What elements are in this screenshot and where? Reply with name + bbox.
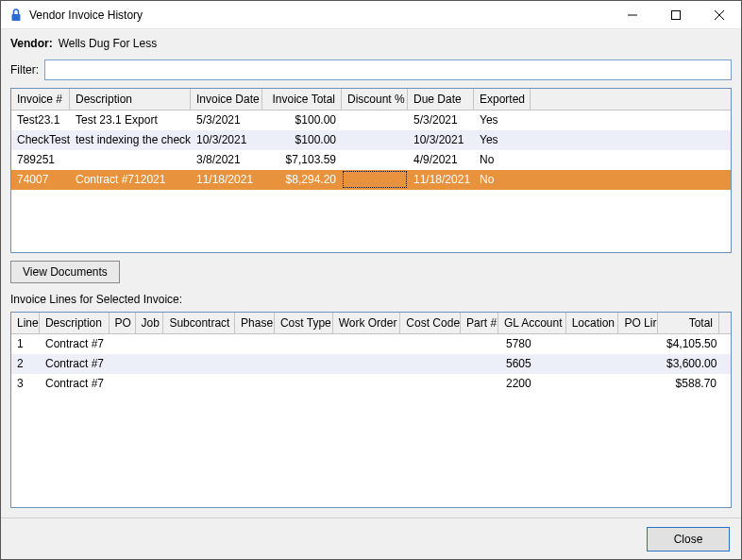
cell-cost-code	[402, 354, 463, 373]
col-invoice-date[interactable]: Invoice Date	[191, 89, 262, 110]
cell-phase	[236, 354, 276, 373]
filter-row: Filter:	[10, 59, 732, 80]
filter-label: Filter:	[10, 63, 39, 76]
cell-subcontract	[164, 374, 236, 393]
invoice-row[interactable]: Test23.1 Test 23.1 Export 5/3/2021 $100.…	[11, 110, 731, 130]
cell-cost-code	[402, 334, 463, 353]
col-description[interactable]: Description	[70, 89, 191, 110]
cell-po-lir	[621, 334, 661, 353]
lines-grid-body: 1 Contract #7 5780 $4,105.50 2	[11, 334, 731, 394]
cell-invoice-date: 11/18/2021	[191, 170, 262, 189]
col-subcontract[interactable]: Subcontract	[163, 313, 235, 333]
cell-invoice-total: $8,294.20	[262, 170, 342, 189]
col-filler	[531, 89, 731, 110]
cell-discount-pct	[342, 150, 408, 169]
lines-grid[interactable]: Line Description PO Job Subcontract Phas…	[10, 312, 732, 508]
cell-discount-pct	[342, 130, 408, 149]
col-description[interactable]: Description	[40, 313, 110, 333]
col-total[interactable]: Total	[658, 313, 719, 333]
col-due-date[interactable]: Due Date	[408, 89, 474, 110]
svg-rect-2	[672, 10, 681, 19]
cell-work-order	[334, 374, 402, 393]
cell-due-date: 10/3/2021	[408, 130, 474, 149]
cell-invoice-no: 74007	[11, 170, 70, 189]
col-cost-type[interactable]: Cost Type	[275, 313, 333, 333]
minimize-button[interactable]	[611, 1, 654, 28]
cell-part-no	[463, 334, 500, 353]
col-work-order[interactable]: Work Order	[333, 313, 401, 333]
cell-description	[70, 150, 191, 169]
close-window-button[interactable]	[698, 1, 741, 28]
window-title: Vendor Invoice History	[29, 8, 611, 22]
cell-job	[136, 374, 164, 393]
cell-exported: Yes	[474, 110, 531, 129]
cell-subcontract	[164, 334, 236, 353]
cell-discount-pct	[342, 170, 408, 189]
cell-gl-account: 5605	[500, 354, 568, 373]
footer: Close	[1, 518, 741, 559]
cell-job	[136, 354, 164, 373]
cell-due-date: 4/9/2021	[408, 150, 474, 169]
view-documents-button[interactable]: View Documents	[10, 261, 120, 283]
invoice-row[interactable]: 789251 3/8/2021 $7,103.59 4/9/2021 No	[11, 150, 731, 170]
col-filler	[719, 313, 731, 333]
col-line[interactable]: Line	[11, 313, 40, 333]
filter-input[interactable]	[44, 59, 732, 80]
cell-exported: No	[474, 150, 531, 169]
cell-po-lir	[621, 374, 661, 393]
col-location[interactable]: Location	[566, 313, 619, 333]
invoice-grid[interactable]: Invoice # Description Invoice Date Invoi…	[10, 88, 732, 253]
invoice-row[interactable]: CheckTest test indexing the check 10/3/2…	[11, 130, 731, 150]
col-discount-pct[interactable]: Discount %	[342, 89, 408, 110]
lines-grid-header: Line Description PO Job Subcontract Phas…	[11, 313, 731, 334]
cell-po	[110, 374, 136, 393]
cell-invoice-no: CheckTest	[11, 130, 70, 149]
col-invoice-no[interactable]: Invoice #	[11, 89, 70, 110]
invoice-lines-label: Invoice Lines for Selected Invoice:	[10, 293, 732, 306]
col-po-lir[interactable]: PO Lir	[618, 313, 658, 333]
vendor-invoice-history-window: Vendor Invoice History Vendor: Wells Dug…	[0, 0, 742, 560]
col-part-no[interactable]: Part #	[461, 313, 498, 333]
close-button[interactable]: Close	[647, 527, 730, 552]
cell-line: 3	[11, 374, 40, 393]
line-row[interactable]: 3 Contract #7 2200 $588.70	[11, 374, 731, 394]
line-row[interactable]: 1 Contract #7 5780 $4,105.50	[11, 334, 731, 354]
cell-cost-type	[276, 354, 334, 373]
vendor-row: Vendor: Wells Dug For Less	[10, 37, 732, 50]
cell-exported: No	[474, 170, 531, 189]
col-exported[interactable]: Exported	[474, 89, 531, 110]
invoice-row-selected[interactable]: 74007 Contract #712021 11/18/2021 $8,294…	[11, 170, 731, 190]
maximize-button[interactable]	[654, 1, 698, 28]
vendor-name: Wells Dug For Less	[59, 37, 157, 50]
cell-part-no	[463, 354, 500, 373]
cell-invoice-date: 3/8/2021	[191, 150, 262, 169]
cell-exported: Yes	[474, 130, 531, 149]
col-gl-account[interactable]: GL Account	[498, 313, 566, 333]
cell-description: Contract #7	[40, 334, 110, 353]
cell-total: $4,105.50	[661, 334, 722, 353]
cell-cost-type	[276, 334, 334, 353]
col-invoice-total[interactable]: Invoice Total	[262, 89, 342, 110]
cell-po	[110, 354, 136, 373]
cell-invoice-total: $100.00	[262, 110, 342, 129]
svg-rect-0	[12, 14, 21, 21]
invoice-grid-header: Invoice # Description Invoice Date Invoi…	[11, 89, 731, 110]
cell-total: $588.70	[661, 374, 722, 393]
cell-po	[110, 334, 136, 353]
col-cost-code[interactable]: Cost Code	[400, 313, 461, 333]
cell-location	[568, 334, 621, 353]
cell-line: 1	[11, 334, 40, 353]
cell-cost-type	[276, 374, 334, 393]
line-row[interactable]: 2 Contract #7 5605 $3,600.00	[11, 354, 731, 374]
cell-due-date: 5/3/2021	[408, 110, 474, 129]
col-phase[interactable]: Phase	[235, 313, 275, 333]
cell-line: 2	[11, 354, 40, 373]
cell-discount-pct	[342, 110, 408, 129]
titlebar: Vendor Invoice History	[1, 1, 741, 29]
col-po[interactable]: PO	[110, 313, 136, 333]
cell-description: Contract #7	[40, 354, 110, 373]
cell-po-lir	[621, 354, 661, 373]
cell-description: Contract #712021	[70, 170, 191, 189]
cell-invoice-total: $7,103.59	[262, 150, 342, 169]
col-job[interactable]: Job	[136, 313, 164, 333]
